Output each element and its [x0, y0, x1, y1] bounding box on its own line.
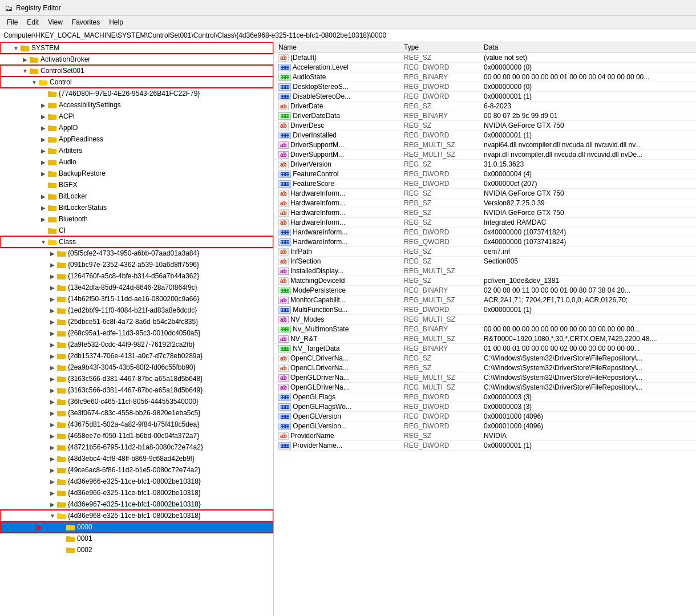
- tree-node-audio[interactable]: ▶ Audio: [0, 156, 273, 168]
- expand-appreadiness[interactable]: ▶: [39, 135, 48, 144]
- expand-clsguid5[interactable]: ▶: [48, 294, 57, 303]
- tree-node-clsguid23[interactable]: ▶ {4d36e967-e325-11ce-bfc1-08002be10318}: [0, 499, 273, 510]
- table-row[interactable]: ab HardwareInform... REG_SZ NVIDIA GeFor…: [274, 189, 696, 198]
- tree-node-control[interactable]: ▼ Control: [0, 76, 273, 88]
- expand-clsguid2[interactable]: ▶: [48, 260, 57, 269]
- table-row[interactable]: ⊞⊞ DesktopStereoS... REG_DWORD 0x0000000…: [274, 82, 696, 92]
- table-row[interactable]: ab DriverSupportM... REG_MULTI_SZ nvapi6…: [274, 140, 696, 150]
- expand-guid1[interactable]: [39, 89, 48, 98]
- expand-bitlockerstatus[interactable]: ▶: [39, 203, 48, 212]
- tree-node-activationbroker[interactable]: ▶ ActivationBroker: [0, 54, 273, 65]
- expand-controlset001[interactable]: ▼: [21, 66, 30, 75]
- tree-node-clsguid11[interactable]: ▶ {2ea9b43f-3045-43b5-80f2-fd06c55fbb90}: [0, 362, 273, 373]
- tree-node-clsguid18[interactable]: ▶ {48721b56-6795-11d2-b1a8-0080c72e74a2}: [0, 441, 273, 453]
- table-row[interactable]: ab ProviderName REG_SZ NVIDIA: [274, 431, 696, 441]
- tree-node-clsguid17[interactable]: ▶ {4658ee7e-f050-11d1-b6bd-00c04fa372a7}: [0, 430, 273, 441]
- tree-node-bitlockerstatus[interactable]: ▶ BitLockerStatus: [0, 202, 273, 213]
- expand-clsguid4[interactable]: ▶: [48, 283, 57, 292]
- table-row[interactable]: ab OpenGLDriverNa... REG_MULTI_SZ C:\Win…: [274, 383, 696, 392]
- expand-clsguid1[interactable]: ▶: [48, 249, 57, 258]
- tree-node-clsguid15[interactable]: ▶ {3e3f0674-c83c-4558-bb26-9820e1eba5c5}: [0, 407, 273, 419]
- expand-clsguid22[interactable]: ▶: [48, 488, 57, 497]
- tree-node-guid1[interactable]: {7746D80F-97E0-4E26-9543-26B41FC22F79}: [0, 88, 273, 99]
- table-row[interactable]: ⊞⊞ FeatureControl REG_DWORD 0x00000004 (…: [274, 169, 696, 179]
- menu-view[interactable]: View: [43, 17, 67, 27]
- tree-node-0001[interactable]: 0001: [0, 533, 273, 544]
- tree-node-class[interactable]: ▼ Class: [0, 236, 273, 248]
- tree-node-arbiters[interactable]: ▶ Arbiters: [0, 145, 273, 156]
- table-row[interactable]: ⊞⊞ OpenGLVersion... REG_DWORD 0x00001000…: [274, 422, 696, 431]
- expand-class[interactable]: ▼: [39, 237, 48, 246]
- expand-bitlocker[interactable]: ▶: [39, 192, 48, 201]
- tree-node-backuprestore[interactable]: ▶ BackupRestore: [0, 168, 273, 179]
- expand-clsguid8[interactable]: ▶: [48, 329, 57, 338]
- tree-node-accessibilitysettings[interactable]: ▶ AccessibilitySettings: [0, 99, 273, 111]
- expand-appid[interactable]: ▶: [39, 123, 48, 132]
- tree-node-bgfx[interactable]: BGFX: [0, 179, 273, 191]
- tree-node-0002[interactable]: 0002: [0, 544, 273, 556]
- menu-favorites[interactable]: Favorites: [67, 17, 104, 27]
- expand-clsguid9[interactable]: ▶: [48, 340, 57, 349]
- tree-node-appreadiness[interactable]: ▶ AppReadiness: [0, 133, 273, 145]
- menu-edit[interactable]: Edit: [22, 17, 43, 27]
- expand-clsguid23[interactable]: ▶: [48, 500, 57, 509]
- expand-backuprestore[interactable]: ▶: [39, 169, 48, 178]
- menu-help[interactable]: Help: [104, 17, 128, 27]
- table-row[interactable]: ab InfSection REG_SZ Section005: [274, 257, 696, 266]
- table-row[interactable]: ⊞⊞ AudioState REG_BINARY 00 00 00 00 00 …: [274, 72, 696, 82]
- tree-node-ci[interactable]: CI: [0, 225, 273, 236]
- table-row[interactable]: ab DriverVersion REG_SZ 31.0.15.3623: [274, 160, 696, 169]
- table-row[interactable]: ⊞⊞ NV_TargetData REG_BINARY 01 00 00 01 …: [274, 344, 696, 354]
- menu-file[interactable]: File: [2, 17, 22, 27]
- tree-node-clsguid4[interactable]: ▶ {13e42dfa-85d9-424d-8646-28a70f864f9c}: [0, 282, 273, 293]
- tree-node-acpi[interactable]: ▶ ACPI: [0, 111, 273, 122]
- table-row[interactable]: ab OpenCLDriverNa... REG_SZ C:\Windows\S…: [274, 354, 696, 363]
- table-row[interactable]: ⊞⊞ HardwareInform... REG_DWORD 0x4000000…: [274, 228, 696, 237]
- tree-node-appid[interactable]: ▶ AppID: [0, 122, 273, 133]
- expand-clsguid14[interactable]: ▶: [48, 397, 57, 406]
- expand-0000[interactable]: [57, 522, 66, 532]
- table-row[interactable]: ab HardwareInform... REG_SZ Version82.7.…: [274, 198, 696, 208]
- expand-clsguid6[interactable]: ▶: [48, 306, 57, 315]
- table-row[interactable]: ab OpenGLDriverNa... REG_MULTI_SZ C:\Win…: [274, 373, 696, 383]
- tree-node-clsguid14[interactable]: ▶ {36fc9e60-c465-11cf-8056-444553540000}: [0, 396, 273, 407]
- table-row[interactable]: ab InfPath REG_SZ oem7.inf: [274, 247, 696, 257]
- table-row[interactable]: ab DriverDesc REG_SZ NVIDIA GeForce GTX …: [274, 121, 696, 131]
- table-row[interactable]: ⊞⊞ Acceleration.Level REG_DWORD 0x000000…: [274, 63, 696, 72]
- expand-access[interactable]: ▶: [39, 100, 48, 110]
- expand-acpi[interactable]: ▶: [39, 112, 48, 121]
- tree-node-clsguid6[interactable]: ▶ {1ed2bbf9-11f0-4084-b21f-ad83a8e6dcdc}: [0, 305, 273, 316]
- addressbar[interactable]: Computer\HKEY_LOCAL_MACHINE\SYSTEM\Contr…: [0, 29, 696, 42]
- table-row[interactable]: ab HardwareInform... REG_SZ NVIDIA GeFor…: [274, 208, 696, 218]
- tree-node-clsguid3[interactable]: ▶ {1264760f-a5c8-4bfe-b314-d56a7b44a362}: [0, 270, 273, 282]
- expand-0002[interactable]: [57, 545, 66, 554]
- table-row[interactable]: ab HardwareInform... REG_SZ Integrated R…: [274, 218, 696, 228]
- expand-clsguid10[interactable]: ▶: [48, 351, 57, 360]
- expand-clsguid12[interactable]: ▶: [48, 374, 57, 383]
- table-row[interactable]: ⊞⊞ FeatureScore REG_DWORD 0x000000cf (20…: [274, 179, 696, 189]
- tree-node-clsguid10[interactable]: ▶ {2db15374-706e-4131-a0c7-d7c78eb0289a}: [0, 350, 273, 362]
- tree-node-clsguid13[interactable]: ▶ {3163c566-d381-4467-87bc-a65a18d5b649}: [0, 384, 273, 396]
- expand-clsguid15[interactable]: ▶: [48, 408, 57, 418]
- expand-clsguid13[interactable]: ▶: [48, 386, 57, 395]
- table-row[interactable]: ab NV_Modes REG_MULTI_SZ: [274, 315, 696, 325]
- table-row[interactable]: ab DriverSupportM... REG_MULTI_SZ nvapi.…: [274, 150, 696, 160]
- table-row[interactable]: ⊞⊞ DisableStereoDe... REG_DWORD 0x000000…: [274, 92, 696, 102]
- table-row[interactable]: ⊞⊞ DriverDateData REG_BINARY 00 80 07 2b…: [274, 111, 696, 121]
- table-row[interactable]: ⊞⊞ MultiFunctionSu... REG_DWORD 0x000000…: [274, 305, 696, 315]
- expand-arbiters[interactable]: ▶: [39, 146, 48, 155]
- table-row[interactable]: ⊞⊞ OpenGLVersion REG_DWORD 0x00001000 (4…: [274, 412, 696, 422]
- table-row[interactable]: ab MonitorCapabilit... REG_MULTI_SZ ACR,…: [274, 295, 696, 305]
- expand-clsguid20[interactable]: ▶: [48, 465, 57, 475]
- expand-clsguid24[interactable]: ▼: [48, 511, 57, 520]
- tree-node-clsguid1[interactable]: ▶ {05f5cfe2-4733-4950-a6bb-07aad01a3a84}: [0, 248, 273, 259]
- tree-node-clsguid19[interactable]: ▶ {48d3ebc4-4cf8-48ff-b869-9c68ad42eb9f}: [0, 453, 273, 464]
- expand-ci[interactable]: [39, 226, 48, 235]
- table-row[interactable]: ab OpenCLDriverNa... REG_SZ C:\Windows\S…: [274, 363, 696, 373]
- expand-bgfx[interactable]: [39, 180, 48, 189]
- table-row[interactable]: ⊞⊞ DriverInstalled REG_DWORD 0x00000001 …: [274, 131, 696, 140]
- tree-node-clsguid22[interactable]: ▶ {4d36e966-e325-11ce-bfc1-08002be10318}: [0, 487, 273, 499]
- table-row[interactable]: ⊞⊞ HardwareInform... REG_QWORD 0x4000000…: [274, 237, 696, 247]
- expand-clsguid17[interactable]: ▶: [48, 431, 57, 440]
- expand-clsguid16[interactable]: ▶: [48, 420, 57, 429]
